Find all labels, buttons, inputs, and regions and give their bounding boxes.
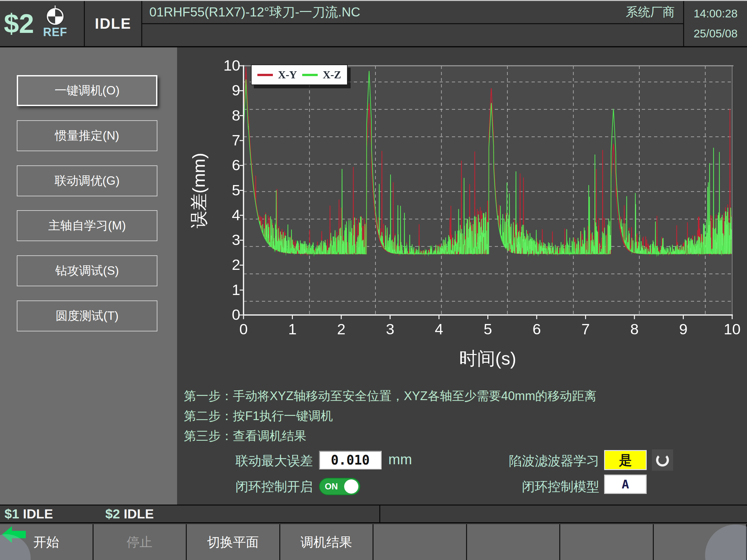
x-tick-label: 7 xyxy=(571,320,600,338)
softkey-tuning-result[interactable]: 调机结果 xyxy=(280,524,374,560)
notch-refresh-button[interactable] xyxy=(652,449,673,471)
sidebar-button-inertia-estimation[interactable]: 惯量推定(N) xyxy=(17,120,157,151)
max-error-value: 0.010 xyxy=(331,453,370,468)
x-tick-label: 5 xyxy=(473,320,503,338)
y-tick-label: 2 xyxy=(197,256,240,273)
legend-label-xy: X-Y xyxy=(278,69,297,81)
loop-model-value: A xyxy=(622,477,629,491)
y-tick-label: 10 xyxy=(197,56,240,74)
loop-model-label: 闭环控制模型 xyxy=(467,477,599,496)
instruction-step-1: 第一步：手动将XYZ轴移动至安全位置，XYZ各轴至少需要40mm的移动距离 xyxy=(184,388,596,404)
clock-time: 14:00:28 xyxy=(693,7,737,20)
mode-status: IDLE xyxy=(95,15,131,32)
x-tick-label: 0 xyxy=(229,320,258,338)
y-tick-label: 1 xyxy=(197,281,240,298)
y-tick-label: 9 xyxy=(197,81,240,99)
softkey-bar: 开始 停止 切换平面 调机结果 xyxy=(0,524,747,560)
x-tick-label: 9 xyxy=(669,320,698,338)
chart-legend: X-Y X-Z xyxy=(251,64,348,85)
notch-filter-value-box[interactable]: 是 xyxy=(604,450,647,470)
instruction-step-3: 第三步：查看调机结果 xyxy=(184,428,306,444)
toggle-knob-icon xyxy=(344,479,358,494)
softkey-stop[interactable]: 停止 xyxy=(94,524,187,560)
channel-cell: $2 REF xyxy=(0,1,85,46)
x-axis-label: 时间(s) xyxy=(423,347,552,371)
softkey-switch-plane[interactable]: 切换平面 xyxy=(187,524,280,560)
softkey-empty-5 xyxy=(374,524,467,560)
sidebar-button-roundness-test[interactable]: 圆度测试(T) xyxy=(17,300,157,331)
y-axis-label: 误差(mm) xyxy=(187,125,207,257)
max-error-unit: mm xyxy=(388,451,412,468)
legend-line-xz-icon xyxy=(302,74,318,76)
x-tick-label: 1 xyxy=(278,320,307,338)
clock-cell: 14:00:28 25/05/08 xyxy=(684,1,747,46)
program-row-empty xyxy=(142,24,683,46)
x-tick-label: 8 xyxy=(620,320,649,338)
ref-indicator: REF xyxy=(43,8,67,39)
ref-label: REF xyxy=(43,25,67,39)
loop-model-value-box[interactable]: A xyxy=(604,475,647,494)
sidebar: 一键调机(O) 惯量推定(N) 联动调优(G) 主轴自学习(M) 钻攻调试(S)… xyxy=(0,47,177,505)
toggle-on-text: ON xyxy=(325,482,338,492)
sidebar-button-spindle-self-learning[interactable]: 主轴自学习(M) xyxy=(17,210,157,241)
channel1-status: $1 IDLE xyxy=(4,506,53,522)
main-panel: X-Y X-Z 012345678910 012345678910 误差(mm)… xyxy=(177,47,747,505)
mode-cell: IDLE xyxy=(85,1,142,46)
program-row: 01RHF55(R1X7)-12°球刀-一刀流.NC 系统厂商 xyxy=(142,1,683,24)
title-bar: $2 REF IDLE 01RHF55(R1X7)-12°球刀-一刀流.NC 系… xyxy=(0,0,747,47)
refresh-icon xyxy=(656,454,669,466)
softkey-empty-7 xyxy=(560,524,654,560)
legend-label-xz: X-Z xyxy=(323,69,341,81)
notch-filter-label: 陷波滤波器学习 xyxy=(467,451,599,470)
closed-loop-toggle[interactable]: ON xyxy=(319,478,360,495)
x-tick-label: 3 xyxy=(376,320,405,338)
sidebar-button-one-key-tuning[interactable]: 一键调机(O) xyxy=(17,75,157,106)
x-tick-label: 4 xyxy=(424,320,454,338)
status-bar: $1 IDLE $2 IDLE xyxy=(0,505,747,523)
sidebar-button-linkage-tuning[interactable]: 联动调优(G) xyxy=(17,165,157,196)
sidebar-button-drill-tap-debug[interactable]: 钻攻调试(S) xyxy=(17,255,157,286)
error-trace-chart xyxy=(238,63,735,321)
clock-date: 25/05/08 xyxy=(693,27,737,40)
y-tick-label: 8 xyxy=(197,106,240,124)
status-bar-divider xyxy=(379,506,380,522)
max-error-label: 联动最大误差 xyxy=(177,451,313,470)
reference-point-icon xyxy=(47,8,63,25)
cnc-tuning-screen: $2 REF IDLE 01RHF55(R1X7)-12°球刀-一刀流.NC 系… xyxy=(0,0,747,560)
instruction-step-2: 第二步：按F1执行一键调机 xyxy=(184,408,333,424)
channel2-status: $2 IDLE xyxy=(105,506,154,522)
channel-label: $2 xyxy=(4,10,34,37)
legend-line-xy-icon xyxy=(257,74,273,76)
x-tick-label: 10 xyxy=(718,320,747,338)
program-cell: 01RHF55(R1X7)-12°球刀-一刀流.NC 系统厂商 xyxy=(142,1,684,46)
program-name: 01RHF55(R1X7)-12°球刀-一刀流.NC xyxy=(149,3,626,21)
vendor-label: 系统厂商 xyxy=(626,4,676,20)
closed-loop-label: 闭环控制开启 xyxy=(177,477,313,496)
x-tick-label: 2 xyxy=(327,320,356,338)
softkey-empty-6 xyxy=(467,524,561,560)
max-error-input[interactable]: 0.010 xyxy=(319,451,382,470)
content-area: 一键调机(O) 惯量推定(N) 联动调优(G) 主轴自学习(M) 钻攻调试(S)… xyxy=(0,47,747,505)
notch-filter-value: 是 xyxy=(619,451,632,469)
x-tick-label: 6 xyxy=(522,320,551,338)
